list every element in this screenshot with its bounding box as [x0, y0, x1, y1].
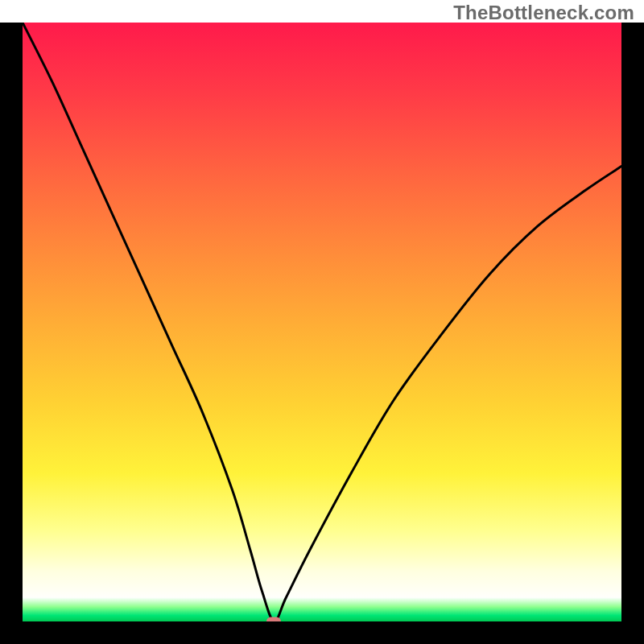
plot-area	[23, 23, 621, 621]
chart-frame	[0, 23, 644, 644]
chart-container: TheBottleneck.com	[0, 0, 644, 644]
watermark-text: TheBottleneck.com	[453, 2, 634, 24]
bottleneck-marker	[266, 617, 281, 622]
bottleneck-curve	[23, 23, 621, 621]
